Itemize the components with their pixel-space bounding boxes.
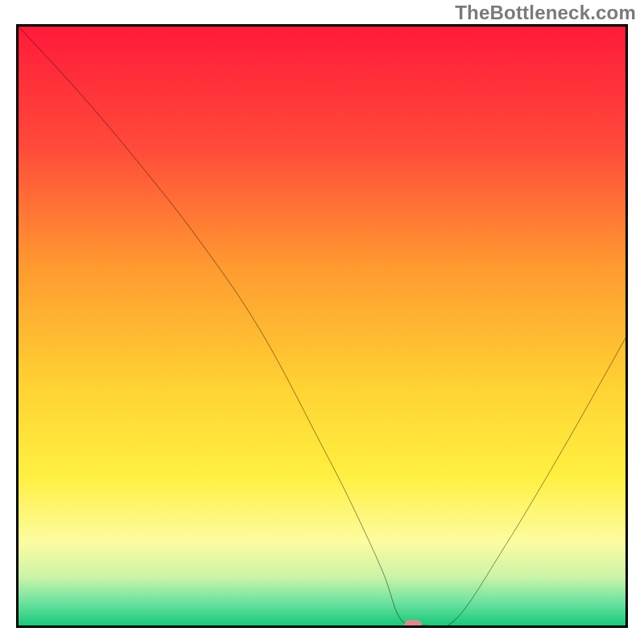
- chart-plot-area: [16, 24, 628, 628]
- optimal-marker: [404, 620, 422, 628]
- watermark-text: TheBottleneck.com: [455, 2, 636, 24]
- chart-curve: [19, 27, 625, 625]
